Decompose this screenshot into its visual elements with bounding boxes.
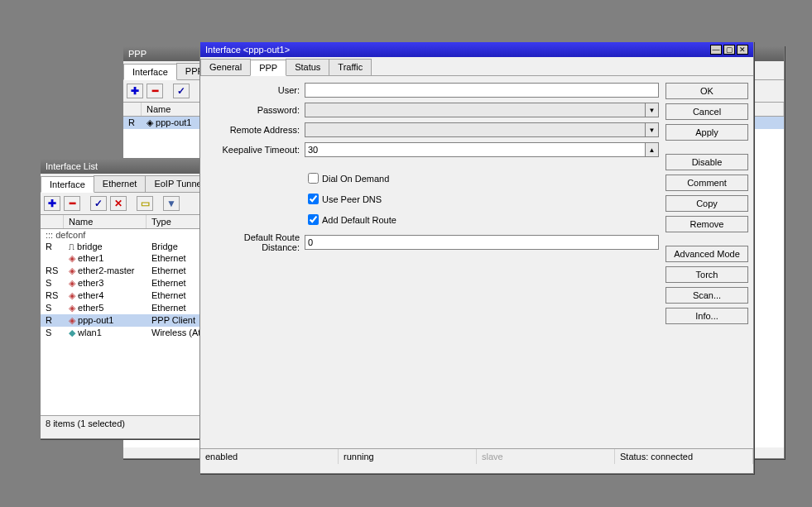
keepalive-label: Keepalive Timeout:: [205, 145, 305, 155]
dial-on-demand-checkbox[interactable]: [308, 173, 319, 184]
iface-status-strip: enabled running slave Status: connected: [200, 448, 753, 464]
comment-button[interactable]: ▭: [137, 196, 153, 211]
use-peer-dns-checkbox[interactable]: [308, 194, 319, 204]
add-default-route-checkbox[interactable]: [308, 214, 319, 225]
ether-icon: ◈: [69, 303, 75, 313]
ether-icon: ◈: [69, 278, 75, 288]
button-column: OK Cancel Apply Disable Comment Copy Rem…: [665, 83, 748, 442]
ppp-icon: ◈: [69, 315, 75, 325]
status-slave: slave: [477, 449, 615, 464]
dial-label: Dial On Demand: [322, 174, 389, 184]
bridge-icon: ⎍: [69, 242, 74, 251]
remove-button[interactable]: ━: [147, 84, 163, 98]
distance-input[interactable]: [305, 235, 659, 250]
disable-button[interactable]: Disable: [665, 154, 748, 170]
iface-tabs: General PPP Status Traffic: [200, 57, 753, 76]
interface-dialog: Interface <ppp-out1> — ▢ ✕ General PPP S…: [199, 41, 754, 474]
enable-button[interactable]: ✓: [90, 196, 107, 211]
tab-interface[interactable]: Interface: [41, 176, 94, 193]
minimize-icon[interactable]: —: [710, 45, 722, 55]
ok-button[interactable]: OK: [665, 83, 748, 99]
ether-icon: ◈: [69, 290, 75, 300]
wlan-icon: ◆: [69, 328, 75, 337]
distance-label: Default Route Distance:: [205, 232, 305, 252]
keepalive-spin-icon[interactable]: ▲: [646, 142, 659, 157]
status-running: running: [339, 449, 477, 464]
tab-interface[interactable]: Interface: [123, 64, 177, 80]
remove-button[interactable]: Remove: [665, 216, 748, 232]
cancel-button[interactable]: Cancel: [665, 103, 748, 120]
tab-ppp[interactable]: PPP: [250, 60, 286, 76]
password-label: Password:: [205, 105, 305, 115]
remove-button[interactable]: ━: [64, 196, 80, 211]
apply-button[interactable]: Apply: [665, 124, 748, 141]
disable-button[interactable]: ✕: [110, 196, 127, 211]
status-enabled: enabled: [200, 449, 339, 464]
user-label: User:: [205, 85, 305, 95]
keepalive-input[interactable]: [305, 142, 646, 157]
comment-button[interactable]: Comment: [665, 175, 748, 191]
ppp-title: PPP: [128, 49, 147, 59]
torch-button[interactable]: Torch: [665, 266, 748, 283]
close-icon[interactable]: ✕: [737, 45, 748, 55]
tab-general[interactable]: General: [200, 59, 251, 75]
remote-addr-label: Remote Address:: [205, 125, 305, 135]
user-input[interactable]: [305, 83, 659, 98]
route-label: Add Default Route: [322, 215, 396, 225]
tab-ethernet[interactable]: Ethernet: [94, 175, 147, 192]
enable-button[interactable]: ✓: [173, 84, 190, 98]
add-button[interactable]: ✚: [127, 84, 143, 98]
form-area: User: Password: ▼ Remote Address: ▼ Keep…: [205, 83, 659, 442]
iflist-title: Interface List: [46, 161, 98, 171]
copy-button[interactable]: Copy: [665, 195, 748, 212]
ether-icon: ◈: [69, 265, 75, 275]
iface-titlebar[interactable]: Interface <ppp-out1> — ▢ ✕: [200, 42, 753, 57]
iface-title: Interface <ppp-out1>: [205, 45, 290, 55]
password-input[interactable]: [305, 103, 646, 117]
tab-traffic[interactable]: Traffic: [329, 59, 372, 75]
tab-status[interactable]: Status: [286, 59, 329, 75]
password-dropdown-icon[interactable]: ▼: [646, 103, 659, 117]
filter-button[interactable]: ▼: [163, 196, 180, 211]
remote-addr-dropdown-icon[interactable]: ▼: [646, 122, 659, 137]
maximize-icon[interactable]: ▢: [723, 45, 735, 55]
ether-icon: ◈: [69, 253, 75, 263]
info-button[interactable]: Info...: [665, 308, 748, 324]
remote-addr-input[interactable]: [305, 122, 646, 137]
ppp-icon: ◈: [147, 117, 153, 127]
add-button[interactable]: ✚: [44, 196, 60, 211]
col-name[interactable]: Name: [64, 215, 147, 228]
advanced-mode-button[interactable]: Advanced Mode: [665, 246, 748, 262]
scan-button[interactable]: Scan...: [665, 287, 748, 304]
status-connected: Status: connected: [615, 449, 753, 464]
dns-label: Use Peer DNS: [322, 194, 382, 204]
